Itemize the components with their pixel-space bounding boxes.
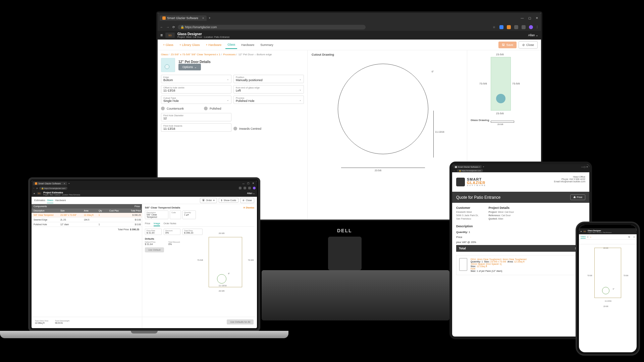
cutout-type-select[interactable]: Cutout TypeSingle Hole⌄ xyxy=(161,96,231,104)
close-icon[interactable]: ⊘ xyxy=(633,236,635,238)
position-select[interactable]: PositionManually positioned⌄ xyxy=(233,75,304,83)
item-title: DGU: 4mm Clear Toughened / 4mm Clear Tou… xyxy=(471,258,527,260)
user-menu[interactable]: Allan ⌄ xyxy=(247,192,255,195)
tab-hardware[interactable]: Hardware xyxy=(55,199,66,202)
window-maximize-icon[interactable]: ▢ xyxy=(528,16,532,20)
radio-polished[interactable]: Polished xyxy=(204,107,221,110)
window-close-icon[interactable]: — ▢ ✕ xyxy=(581,166,588,168)
use-default-button[interactable]: Use Default xyxy=(145,247,164,252)
add-button[interactable]: + xyxy=(590,236,591,238)
nav-reload-icon[interactable]: ⟳ xyxy=(172,25,176,29)
bookmark-icon[interactable]: ☆ xyxy=(492,25,496,29)
print-button[interactable]: 🖶Print xyxy=(570,194,585,200)
tab-image[interactable]: Image xyxy=(154,221,160,226)
window-maximize-icon[interactable]: ▢ xyxy=(247,182,250,185)
offset-input[interactable]: Offset to hole centre11-13/16 xyxy=(161,85,231,94)
order-button[interactable]: 🖫 Order ▾ xyxy=(200,198,217,203)
window-minimize-icon[interactable]: — xyxy=(520,16,524,20)
show-costs-button[interactable]: $ Show Costs xyxy=(219,198,238,203)
total-row: Total Price: $ 390.23 xyxy=(32,227,142,232)
nav-back-icon[interactable]: ← xyxy=(160,25,164,29)
window-minimize-icon[interactable]: — xyxy=(243,182,245,185)
dismiss-link[interactable]: ✕ Dismiss xyxy=(243,206,254,209)
window-close-icon[interactable]: ✕ xyxy=(252,182,254,185)
browser-tab[interactable]: Smart Glazier Software × xyxy=(160,15,207,21)
dim-left: 73-5/8 xyxy=(479,82,487,85)
tab-close-icon[interactable]: × xyxy=(202,16,204,20)
table-row[interactable]: Seamed Edge2L 2S194.5$ 0.00 xyxy=(32,218,142,222)
crumb[interactable]: Processes xyxy=(223,53,235,56)
close-button[interactable]: ⊘ Close xyxy=(519,41,538,49)
tab-hardware[interactable]: Hardware xyxy=(239,41,256,49)
extension-icon[interactable] xyxy=(507,25,511,29)
nav-back-icon[interactable]: ← xyxy=(33,187,35,189)
menu-icon[interactable]: ≡ xyxy=(581,230,582,232)
price-rate-input[interactable]: Price Rate$ 31.64 xyxy=(145,229,162,235)
extension-icon[interactable] xyxy=(248,187,251,189)
extension-icon[interactable] xyxy=(244,187,246,189)
chevron-down-icon: ⌄ xyxy=(194,65,197,69)
process-select[interactable]: ProcessPolished Hole⌄ xyxy=(233,96,304,104)
qty-stepper[interactable]: Quantity1 ▴▾ xyxy=(182,210,196,219)
tab-summary[interactable]: Summary xyxy=(258,41,275,49)
url-input[interactable]: 🔒 https://smartglazier.com xyxy=(39,187,67,190)
url-input[interactable]: 🔒 https://smartglazier.com xyxy=(178,25,366,29)
add-library-glass-link[interactable]: + Library Glass xyxy=(177,42,202,48)
options-button[interactable]: Options ⌄ xyxy=(178,64,201,70)
tab-more-icon[interactable]: ▾ xyxy=(587,236,588,238)
save-icon[interactable]: 🖫 xyxy=(628,236,630,238)
code-input[interactable]: Code xyxy=(170,210,181,219)
crumb[interactable]: 23-5/8" x 73-5/8" 5/8" Clear Tempered x … xyxy=(171,53,220,56)
table-row[interactable]: 5/8" Clear Tempered23-5/8" x 73-5/8"12.3… xyxy=(32,213,142,218)
description-input[interactable]: Description5/8" Clear Tempered xyxy=(145,210,168,219)
user-menu[interactable]: Allan ⌄ xyxy=(528,34,538,37)
profile-avatar-icon[interactable] xyxy=(253,187,256,189)
nav-reload-icon[interactable]: ⟳ xyxy=(36,187,38,189)
extension-icon[interactable] xyxy=(239,187,241,189)
radio-icon xyxy=(204,107,208,110)
tab-order-notes[interactable]: Order Notes xyxy=(163,221,176,226)
tab-estimates[interactable]: Estimates xyxy=(34,199,45,202)
extension-icon[interactable] xyxy=(522,25,526,29)
browser-tab[interactable]: ⬤ Smart Glazier Software × xyxy=(453,165,482,168)
tab-glass[interactable]: Glass xyxy=(225,41,237,49)
radio-icon xyxy=(161,107,165,110)
radio-inwards-centred[interactable]: Inwards Centred xyxy=(233,125,304,132)
hole-inwards-input[interactable]: First Hole Inwards11-13/16 xyxy=(161,123,231,132)
profile-avatar-icon[interactable] xyxy=(529,25,533,29)
table-row[interactable]: Polished Hole12" diam1$ 0.00 xyxy=(32,222,142,227)
add-hardware-link[interactable]: + Hardware xyxy=(204,42,224,48)
new-tab-button[interactable]: + xyxy=(209,16,210,20)
crumb[interactable]: Glass xyxy=(161,53,168,56)
new-tab-button[interactable]: + xyxy=(483,166,484,168)
extension-icon[interactable] xyxy=(514,25,518,29)
hole-diameter-input[interactable]: First Hole Diameter12 xyxy=(161,113,231,121)
menu-icon[interactable]: ≡ xyxy=(160,33,163,38)
quote-body: Customer Elizabeth West 5696 S Jade Park… xyxy=(452,203,589,279)
tab-close-icon[interactable]: × xyxy=(64,182,65,185)
add-glass-link[interactable]: + Glass xyxy=(161,42,175,48)
edge-select[interactable]: EdgeBottom⌄ xyxy=(161,75,231,83)
extension-icon[interactable] xyxy=(499,25,503,29)
chevron-down-icon: ⌄ xyxy=(299,99,302,102)
save-button[interactable]: 🖫 Save xyxy=(498,42,517,48)
url-input[interactable]: 🔒 https://smartglazier.com xyxy=(457,169,483,172)
tab-glass[interactable]: Glass xyxy=(47,198,53,203)
browser-tab[interactable]: Smart Glazier Software× xyxy=(33,182,67,185)
dimension-h-label: 23-5/8 xyxy=(375,169,381,172)
price-line: Price$ 600 xyxy=(456,236,585,239)
from-edge-select[interactable]: from end of glass edgeLeft⌄ xyxy=(233,85,304,94)
chevron-down-icon: ⌄ xyxy=(227,78,229,81)
tab-price[interactable]: Price xyxy=(145,221,150,226)
window-close-icon[interactable]: ✕ xyxy=(535,16,539,20)
browser-menu-icon[interactable]: ⋮ xyxy=(535,25,539,29)
glass-pane xyxy=(209,237,242,287)
new-tab-button[interactable]: + xyxy=(68,182,70,185)
nav-back-icon[interactable]: ← xyxy=(453,170,455,172)
nav-forward-icon[interactable]: → xyxy=(166,25,170,29)
tab-glass[interactable]: Glass xyxy=(581,235,586,239)
radio-countersunk[interactable]: Countersunk xyxy=(161,107,184,110)
close-button[interactable]: ⊘ Close xyxy=(240,198,254,203)
menu-icon[interactable]: ≡ xyxy=(34,192,35,195)
discount-input[interactable]: Discount0% xyxy=(164,229,180,235)
